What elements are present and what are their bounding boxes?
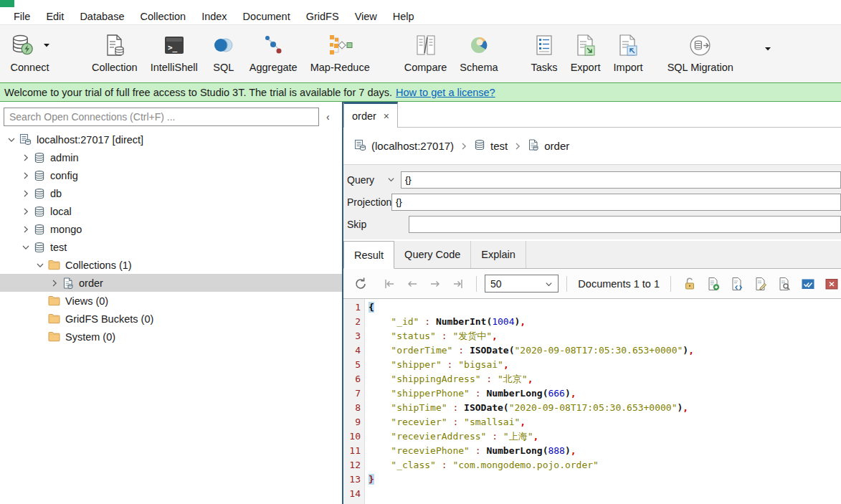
token-sep: : bbox=[436, 460, 452, 470]
chevron-right-icon[interactable] bbox=[20, 153, 32, 162]
menu-item-document[interactable]: Document bbox=[235, 10, 298, 23]
view-json-icon[interactable] bbox=[728, 275, 746, 293]
prev-page-icon[interactable] bbox=[402, 275, 422, 293]
line-number: 8 bbox=[343, 401, 361, 415]
compare-button[interactable]: Compare bbox=[398, 25, 454, 82]
tasks-button[interactable]: Tasks bbox=[525, 25, 564, 82]
close-tab-icon[interactable]: × bbox=[384, 110, 389, 122]
tree-item-gridfs-buckets-0[interactable]: GridFS Buckets (0) bbox=[0, 310, 342, 328]
studio3t-window: FileEditDatabaseCollectionIndexDocumentG… bbox=[0, 0, 841, 504]
menu-item-help[interactable]: Help bbox=[385, 10, 422, 23]
tree-item-test[interactable]: test bbox=[0, 238, 342, 256]
token-fn: ) bbox=[565, 445, 571, 456]
line-number: 3 bbox=[343, 329, 361, 343]
chevron-right-icon[interactable] bbox=[49, 279, 60, 287]
aggregate-icon bbox=[261, 33, 285, 57]
token-key: "receviePhone" bbox=[391, 445, 470, 456]
sql-button[interactable]: SQL bbox=[204, 25, 243, 82]
json-result-editor[interactable]: 1234567891011121314 { "_id" : NumberInt(… bbox=[343, 298, 841, 504]
map-reduce-button[interactable]: Map-Reduce bbox=[304, 25, 376, 82]
tasks-icon bbox=[532, 33, 556, 57]
query-row-query: Query bbox=[347, 168, 841, 191]
menu-item-file[interactable]: File bbox=[6, 10, 38, 23]
edit-document-icon[interactable] bbox=[751, 275, 770, 293]
add-document-icon[interactable] bbox=[704, 275, 723, 293]
schema-icon bbox=[467, 33, 491, 57]
chevron-right-icon[interactable] bbox=[20, 225, 32, 234]
token-ind bbox=[369, 431, 391, 442]
projection-input[interactable] bbox=[391, 194, 841, 211]
tree-item-order[interactable]: order bbox=[0, 274, 342, 292]
unlock-icon[interactable] bbox=[680, 275, 699, 293]
query-input[interactable] bbox=[401, 171, 841, 189]
tree-item-local[interactable]: local bbox=[0, 202, 342, 220]
token-str: "北京" bbox=[498, 374, 528, 384]
license-link[interactable]: How to get a license? bbox=[396, 87, 495, 98]
breadcrumb-item-test[interactable]: test bbox=[474, 139, 508, 153]
connect-button[interactable]: Connect bbox=[3, 25, 57, 82]
tab-result[interactable]: Result bbox=[343, 241, 394, 269]
tab-query-code[interactable]: Query Code bbox=[394, 241, 471, 268]
menu-item-view[interactable]: View bbox=[347, 10, 385, 23]
toolbar-button-label: Import bbox=[614, 62, 643, 73]
code-line: "shipperPhone" : NumberLong(666), bbox=[369, 386, 841, 401]
token-key: "orderTime" bbox=[391, 345, 452, 356]
token-key: "recevier" bbox=[391, 417, 447, 427]
import-button[interactable]: Import bbox=[607, 25, 650, 82]
token-comma: , bbox=[688, 345, 694, 356]
result-actions bbox=[680, 275, 841, 293]
chevron-down-icon[interactable] bbox=[20, 243, 32, 252]
export-button[interactable]: Export bbox=[564, 25, 607, 82]
code-line: { bbox=[369, 300, 841, 315]
projection-label: Projection bbox=[347, 196, 391, 208]
skip-input[interactable] bbox=[409, 216, 841, 233]
collection-button[interactable]: Collection bbox=[85, 25, 144, 82]
breadcrumb-item-localhost-27017[interactable]: (localhost:27017) bbox=[354, 139, 454, 153]
token-fn: NumberLong( bbox=[486, 445, 548, 456]
delete-document-icon[interactable] bbox=[822, 275, 841, 293]
toolbar-more-caret-icon[interactable] bbox=[764, 47, 771, 52]
intellishell-button[interactable]: >_IntelliShell bbox=[144, 25, 204, 82]
page-size-select[interactable]: 50 bbox=[485, 275, 559, 293]
collapse-sidebar-icon[interactable]: ‹ bbox=[326, 112, 330, 122]
last-page-icon[interactable] bbox=[448, 275, 468, 293]
validate-icon[interactable] bbox=[799, 275, 817, 293]
chevron-right-icon[interactable] bbox=[20, 189, 32, 198]
title-bar bbox=[0, 0, 841, 9]
breadcrumb-item-order[interactable]: order bbox=[528, 139, 569, 153]
menu-item-database[interactable]: Database bbox=[72, 10, 132, 23]
menu-item-index[interactable]: Index bbox=[194, 10, 234, 23]
tree-item-system-0[interactable]: System (0) bbox=[0, 328, 342, 346]
tab-order[interactable]: order × bbox=[343, 102, 398, 128]
tree-item-mongo[interactable]: mongo bbox=[0, 220, 342, 238]
inspect-document-icon[interactable] bbox=[775, 275, 794, 293]
aggregate-button[interactable]: Aggregate bbox=[243, 25, 304, 82]
first-page-icon[interactable] bbox=[379, 275, 399, 293]
token-ind bbox=[369, 460, 391, 470]
tree-item-localhost-27017-direct[interactable]: localhost:27017 [direct] bbox=[0, 130, 342, 148]
tree-item-admin[interactable]: admin bbox=[0, 148, 342, 166]
schema-button[interactable]: Schema bbox=[453, 25, 504, 82]
sql-migration-button[interactable]: SQL Migration bbox=[661, 25, 740, 82]
chevron-down-icon[interactable] bbox=[34, 261, 46, 270]
query-type-caret-icon[interactable] bbox=[387, 177, 395, 183]
token-key: "_id" bbox=[391, 316, 419, 327]
refresh-icon[interactable] bbox=[351, 275, 371, 293]
next-page-icon[interactable] bbox=[425, 275, 445, 293]
tree-item-label: GridFS Buckets (0) bbox=[65, 313, 153, 325]
tab-explain[interactable]: Explain bbox=[471, 241, 526, 268]
tree-item-db[interactable]: db bbox=[0, 184, 342, 202]
connect-dropdown-caret-icon[interactable] bbox=[43, 43, 50, 48]
search-connections-input[interactable] bbox=[4, 108, 319, 126]
token-key: "_class" bbox=[391, 460, 436, 470]
chevron-right-icon[interactable] bbox=[20, 171, 32, 180]
chevron-down-icon[interactable] bbox=[6, 135, 17, 144]
tree-item-views-0[interactable]: Views (0) bbox=[0, 292, 342, 310]
tree-item-collections-1[interactable]: Collections (1) bbox=[0, 256, 342, 274]
tree-item-config[interactable]: config bbox=[0, 166, 342, 184]
chevron-right-icon[interactable] bbox=[20, 207, 32, 216]
line-number: 10 bbox=[343, 429, 361, 444]
menu-item-edit[interactable]: Edit bbox=[38, 10, 72, 23]
menu-item-gridfs[interactable]: GridFS bbox=[298, 10, 347, 23]
menu-item-collection[interactable]: Collection bbox=[132, 10, 194, 23]
